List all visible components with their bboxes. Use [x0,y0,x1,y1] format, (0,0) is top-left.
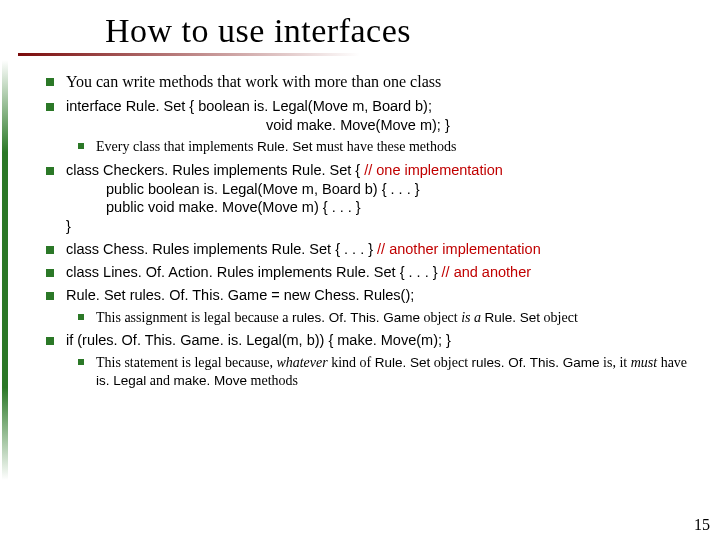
text: methods [247,373,298,388]
text: must have these methods [313,139,457,154]
text: This assignment is legal because a [96,310,292,325]
code-line: void make. Move(Move m); } [66,116,696,135]
bullet-interface-decl: interface Rule. Set { boolean is. Legal(… [46,97,696,135]
accent-bar [2,60,8,480]
code-line: class Lines. Of. Action. Rules implement… [66,264,442,280]
italic: must [631,355,657,370]
code-inline: Rule. Set [485,310,541,325]
subbullet-assignment-legal: This assignment is legal because a rules… [78,309,696,327]
text: object [540,310,578,325]
bullet-assignment: Rule. Set rules. Of. This. Game = new Ch… [46,286,696,305]
text: and [146,373,173,388]
code-line: public boolean is. Legal(Move m, Board b… [66,180,696,199]
code-inline: rules. Of. This. Game [292,310,420,325]
code-inline: Rule. Set [375,355,431,370]
text: kind of [328,355,375,370]
code-inline: is. Legal [96,373,146,388]
text: This statement is legal because, [96,355,276,370]
code-comment: // one implementation [364,162,503,178]
bullet-chess: class Chess. Rules implements Rule. Set … [46,240,696,259]
code-inline: rules. Of. This. Game [472,355,600,370]
bullet-if-stmt: if (rules. Of. This. Game. is. Legal(m, … [46,331,696,350]
content: You can write methods that work with mor… [46,72,696,390]
text: object [430,355,471,370]
bullet-intro: You can write methods that work with mor… [46,72,696,93]
code-line: interface Rule. Set { boolean is. Legal(… [66,98,432,114]
code-line: } [66,217,696,236]
code-line: class Chess. Rules implements Rule. Set … [66,241,377,257]
italic: is a [461,310,481,325]
code-inline: Rule. Set [257,139,313,154]
title-area: How to use interfaces [0,0,720,56]
code-inline: make. Move [174,373,248,388]
italic: whatever [276,355,327,370]
code-line: public void make. Move(Move m) { . . . } [66,198,696,217]
text: Every class that implements [96,139,257,154]
subbullet-stmt-legal: This statement is legal because, whateve… [78,354,696,390]
code-line: class Checkers. Rules implements Rule. S… [66,162,364,178]
code-comment: // another implementation [377,241,541,257]
text: have [657,355,687,370]
code-comment: // and another [442,264,532,280]
subbullet-every-class: Every class that implements Rule. Set mu… [78,138,696,156]
slide-title: How to use interfaces [105,12,720,50]
bullet-linesofaction: class Lines. Of. Action. Rules implement… [46,263,696,282]
page-number: 15 [694,516,710,534]
text: is, it [600,355,631,370]
text: object [420,310,461,325]
slide: How to use interfaces You can write meth… [0,0,720,540]
bullet-checkers: class Checkers. Rules implements Rule. S… [46,161,696,236]
title-underline [18,53,360,56]
